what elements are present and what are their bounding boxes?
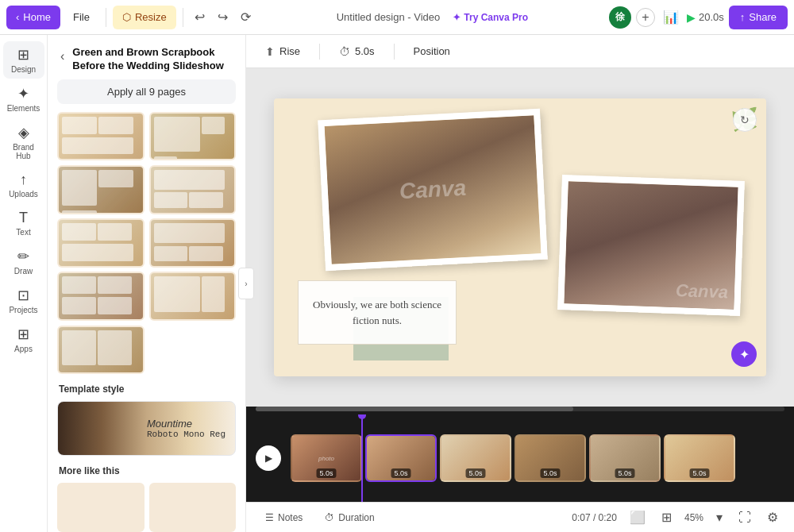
canvas-photo-1[interactable]: Canva — [318, 109, 548, 271]
canvas-photo-2[interactable]: Canva — [557, 175, 745, 316]
sidebar-item-design[interactable]: ⊞ Design — [3, 41, 44, 79]
document-title: Untitled design - Video — [337, 11, 441, 23]
timeline-thumb-2[interactable]: 5.0s — [365, 434, 437, 482]
template-thumb-3[interactable] — [57, 165, 145, 214]
analytics-button[interactable]: 📊 — [660, 6, 682, 28]
share-icon: ↑ — [740, 11, 746, 23]
play-duration-button[interactable]: ▶ 20.0s — [687, 11, 724, 24]
chevron-left-icon: ‹ — [16, 11, 19, 23]
share-button[interactable]: ↑ Share — [729, 6, 788, 29]
sidebar-item-elements[interactable]: ✦ Elements — [3, 80, 44, 118]
aspect-ratio-button[interactable]: ⬜ — [626, 507, 649, 528]
timeline-scrollbar[interactable] — [256, 407, 784, 411]
star-icon: ✦ — [453, 12, 461, 23]
zoom-display: 45% — [684, 512, 703, 523]
sidebar-item-uploads[interactable]: ↑ Uploads — [3, 167, 44, 203]
panel-collapse-handle[interactable]: › — [238, 268, 254, 299]
timeline-thumb-4[interactable]: 5.0s — [515, 434, 586, 482]
animation-icon: ⬆ — [265, 45, 275, 58]
apps-icon: ⊞ — [17, 326, 29, 343]
template-thumb-8[interactable] — [149, 272, 237, 321]
panel-back-button[interactable]: ‹ — [59, 48, 66, 65]
elements-icon: ✦ — [17, 85, 29, 102]
timeline-thumb-3[interactable]: 5.0s — [440, 434, 511, 482]
more-thumb-1[interactable] — [57, 483, 145, 532]
sidebar-icons: ⊞ Design ✦ Elements ◈ Brand Hub ↑ Upload… — [0, 35, 48, 532]
timeline-scroll[interactable]: ▶ photo 5.0s 5.0s 5.0s — [246, 414, 794, 502]
draw-icon: ✏ — [17, 248, 29, 265]
zoom-button[interactable]: ▾ — [713, 507, 726, 528]
font-name-1: Mountime — [147, 418, 225, 430]
thumb-6-duration: 5.0s — [689, 468, 709, 478]
template-thumb-7[interactable] — [57, 272, 145, 321]
thumb-2-duration: 5.0s — [391, 468, 410, 478]
sidebar-item-projects[interactable]: ⊡ Projects — [3, 282, 44, 319]
nav-divider-2 — [183, 8, 183, 27]
nav-divider — [106, 8, 106, 27]
nav-center: Untitled design - Video ✦ Try Canva Pro — [259, 11, 606, 23]
main-area: ⊞ Design ✦ Elements ◈ Brand Hub ↑ Upload… — [0, 35, 794, 532]
rise-animation-button[interactable]: ⬆ Rise — [259, 42, 306, 61]
panel-header: ‹ Green and Brown Scrapbook Before the W… — [48, 35, 245, 79]
settings-button[interactable]: ⚙ — [764, 507, 781, 528]
animation-bar: ⬆ Rise ⏱ 5.0s Position — [246, 35, 794, 68]
thumb-3-duration: 5.0s — [465, 468, 485, 478]
duration-icon: ⏱ — [325, 512, 334, 523]
notes-button[interactable]: ☰ Notes — [259, 509, 309, 526]
timeline-thumb-5[interactable]: 5.0s — [589, 434, 661, 482]
timeline-thumb-6[interactable]: 5.0s — [664, 434, 735, 482]
canvas-refresh-button[interactable]: ↻ — [733, 108, 757, 132]
file-button[interactable]: File — [64, 6, 99, 29]
template-thumb-4[interactable] — [149, 165, 237, 214]
sidebar-item-draw[interactable]: ✏ Draw — [3, 243, 44, 280]
template-thumb-1[interactable] — [57, 112, 145, 161]
template-style-label: Template style — [48, 374, 245, 401]
duration-button[interactable]: ⏱ Duration — [318, 509, 380, 526]
sidebar-item-apps[interactable]: ⊞ Apps — [3, 321, 44, 358]
fullscreen-button[interactable]: ⛶ — [735, 507, 754, 528]
style-card-text: Mountime Roboto Mono Reg — [147, 418, 225, 439]
photo-1-inner — [325, 115, 542, 264]
notes-icon: ☰ — [265, 512, 274, 523]
nav-right: 徐 + 📊 ▶ 20.0s ↑ Share — [609, 6, 788, 29]
canvas-text-card[interactable]: Obviously, we are both science fiction n… — [298, 280, 457, 345]
sync-icon[interactable]: ⟳ — [236, 6, 256, 28]
sidebar-item-text[interactable]: T Text — [3, 205, 44, 241]
add-collaborator-button[interactable]: + — [636, 8, 655, 27]
anim-divider-2 — [394, 44, 395, 60]
left-panel: ‹ Green and Brown Scrapbook Before the W… — [48, 35, 246, 532]
apply-all-button[interactable]: Apply all 9 pages — [57, 79, 236, 104]
thumb-1-duration: 5.0s — [316, 468, 336, 478]
sidebar-item-brand-hub[interactable]: ◈ Brand Hub — [3, 119, 44, 165]
more-templates-grid — [48, 483, 245, 532]
home-button[interactable]: ‹ Home — [6, 6, 60, 29]
more-like-this-label: More like this — [48, 456, 245, 483]
timeline-play-button[interactable]: ▶ — [256, 445, 281, 471]
template-thumb-6[interactable] — [149, 218, 237, 268]
canvas-slide[interactable]: 🌿 Canva Canva Obviously, we are both sci… — [274, 98, 766, 376]
templates-grid — [48, 112, 245, 374]
template-thumb-5[interactable] — [57, 218, 145, 268]
try-canva-button[interactable]: ✦ Try Canva Pro — [453, 12, 528, 23]
thumb-4-duration: 5.0s — [540, 468, 560, 478]
redo-button[interactable]: ↪ — [213, 6, 233, 28]
bottom-bar: ☰ Notes ⏱ Duration 0:07 / 0:20 ⬜ ⊞ 45% ▾… — [246, 502, 794, 532]
template-thumb-9[interactable] — [57, 326, 145, 374]
canvas-area: ⬆ Rise ⏱ 5.0s Position 🌿 Canva — [246, 35, 794, 532]
resize-button[interactable]: ⬡ Resize — [113, 6, 176, 29]
design-icon: ⊞ — [17, 46, 29, 64]
undo-button[interactable]: ↩ — [190, 6, 210, 28]
canvas-viewport[interactable]: 🌿 Canva Canva Obviously, we are both sci… — [246, 68, 794, 407]
template-thumb-2[interactable] — [149, 112, 237, 161]
resize-icon: ⬡ — [122, 11, 131, 23]
template-style-card[interactable]: Mountime Roboto Mono Reg — [57, 401, 236, 457]
duration-button[interactable]: ⏱ 5.0s — [333, 42, 381, 61]
timeline-thumb-1[interactable]: photo 5.0s — [291, 434, 362, 482]
timeline-scrollbar-thumb[interactable] — [256, 407, 573, 411]
position-button[interactable]: Position — [407, 42, 457, 60]
grid-button[interactable]: ⊞ — [658, 507, 675, 528]
clock-icon: ⏱ — [339, 45, 350, 58]
play-icon: ▶ — [687, 11, 696, 24]
canvas-magic-button[interactable]: ✦ — [731, 341, 757, 367]
more-thumb-2[interactable] — [149, 483, 237, 532]
